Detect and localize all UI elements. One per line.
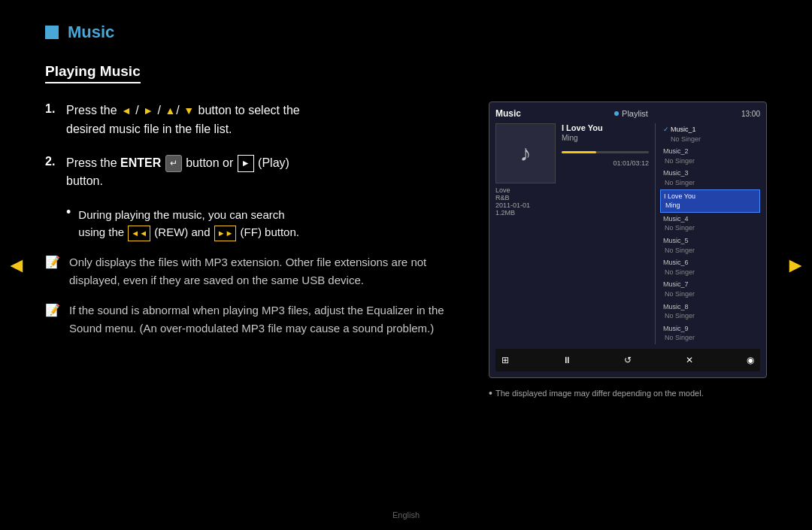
footer-language: English [392, 510, 420, 519]
playlist-item-1: ✓Music_1 No Singer [660, 123, 760, 145]
player-body: ♪ Love R&B 2011-01-01 1.2MB I Love You [495, 123, 760, 344]
pause-btn[interactable]: ⏸ [559, 352, 575, 368]
ff-button: ►► [214, 226, 237, 241]
note-icon-1: 📝 [45, 255, 62, 269]
playlist-item-active: I Love YouMing [660, 189, 760, 213]
step-1-text: Press the ◄ / ► / ▲/ ▼ button to select … [66, 101, 300, 139]
playlist-list: ✓Music_1 No Singer Music_2No Singer Musi… [655, 123, 760, 344]
right-arrow-btn: ► [142, 103, 154, 120]
playlist-dot [614, 111, 619, 116]
player-title: Music [495, 108, 521, 119]
note-2: 📝 If the sound is abnormal when playing … [45, 301, 459, 338]
artist-name: Ming [562, 134, 649, 142]
playlist-text: Playlist [622, 109, 648, 118]
progress-bar [562, 151, 649, 153]
up-arrow-btn: ▲ [164, 103, 176, 120]
progress-time: 01:01/03:12 [562, 159, 649, 167]
note-icon-2: 📝 [45, 303, 62, 317]
nav-left-arrow[interactable]: ◄ [6, 253, 27, 277]
header: Music [45, 23, 767, 42]
right-column: Music Playlist 13:00 ♪ [489, 101, 767, 401]
playlist-item-6: Music_6No Singer [660, 256, 760, 278]
bullet-text: During playing the music, you can search… [78, 206, 299, 241]
enter-button-icon: ↵ [165, 155, 182, 172]
disclaimer: • The displayed image may differ dependi… [489, 387, 767, 401]
nav-right-arrow[interactable]: ► [785, 253, 806, 277]
album-art: ♪ [495, 123, 556, 183]
enter-label: ENTER [120, 156, 161, 169]
player-header: Music Playlist 13:00 [495, 108, 760, 119]
playlist-item-7: Music_7No Singer [660, 278, 760, 300]
play-button-icon: ► [238, 155, 254, 172]
player-screenshot: Music Playlist 13:00 ♪ [489, 101, 767, 378]
note-1: 📝 Only displays the files with MP3 exten… [45, 253, 459, 289]
grid-view-btn[interactable]: ⊞ [497, 352, 514, 368]
playlist-item-9: Music_9No Singer [660, 323, 760, 344]
left-column: 1. Press the ◄ / ► / ▲/ ▼ button to sele… [45, 101, 459, 401]
playlist-item-2: Music_2No Singer [660, 145, 760, 167]
center-info: I Love You Ming 01:01/03:12 [562, 123, 649, 344]
page-container: Music Playing Music 1. Press the ◄ / ► /… [0, 0, 812, 530]
step-2-number: 2. [45, 155, 66, 168]
playlist-item-3: Music_3No Singer [660, 167, 760, 189]
note-1-text: Only displays the files with MP3 extensi… [69, 253, 459, 289]
song-name: I Love You [562, 123, 649, 132]
mute-btn[interactable]: ✕ [681, 352, 698, 368]
note-2-text: If the sound is abnormal when playing MP… [69, 301, 459, 338]
repeat-btn[interactable]: ↺ [620, 352, 636, 368]
disclaimer-text: The displayed image may differ depending… [495, 387, 704, 400]
music-note-icon: ♪ [520, 141, 532, 166]
left-arrow-btn: ◄ [120, 103, 132, 120]
page-title: Music [68, 23, 114, 42]
info-btn[interactable]: ◉ [742, 352, 759, 368]
controls-bar: ⊞ ⏸ ↺ ✕ ◉ [495, 349, 760, 371]
section-title: Playing Music [45, 63, 141, 83]
playlist-item-5: Music_5No Singer [660, 235, 760, 256]
song-genre: Love R&B 2011-01-01 1.2MB [495, 186, 556, 217]
step-1: 1. Press the ◄ / ► / ▲/ ▼ button to sele… [45, 101, 459, 139]
down-arrow-btn: ▼ [183, 103, 195, 120]
step-1-number: 1. [45, 102, 66, 116]
progress-fill [562, 151, 596, 153]
step-2: 2. Press the ENTER ↵ button or ► (Play)b… [45, 154, 459, 192]
bullet-item: • During playing the music, you can sear… [66, 206, 459, 241]
step-2-text: Press the ENTER ↵ button or ► (Play)butt… [66, 154, 289, 192]
bullet-dot: • [66, 204, 71, 241]
rew-button: ◄◄ [128, 226, 150, 241]
player-time: 13:00 [741, 110, 760, 118]
playlist-item-8: Music_8No Singer [660, 301, 760, 323]
playlist-sub-1: No Singer [663, 135, 701, 143]
playlist-item-4: Music_4No Singer [660, 213, 760, 235]
content-area: 1. Press the ◄ / ► / ▲/ ▼ button to sele… [45, 101, 767, 401]
music-icon [45, 26, 59, 39]
playlist-label: Playlist [614, 109, 648, 118]
disclaimer-dot: • [489, 386, 492, 401]
check-mark-icon: ✓ [663, 126, 669, 133]
